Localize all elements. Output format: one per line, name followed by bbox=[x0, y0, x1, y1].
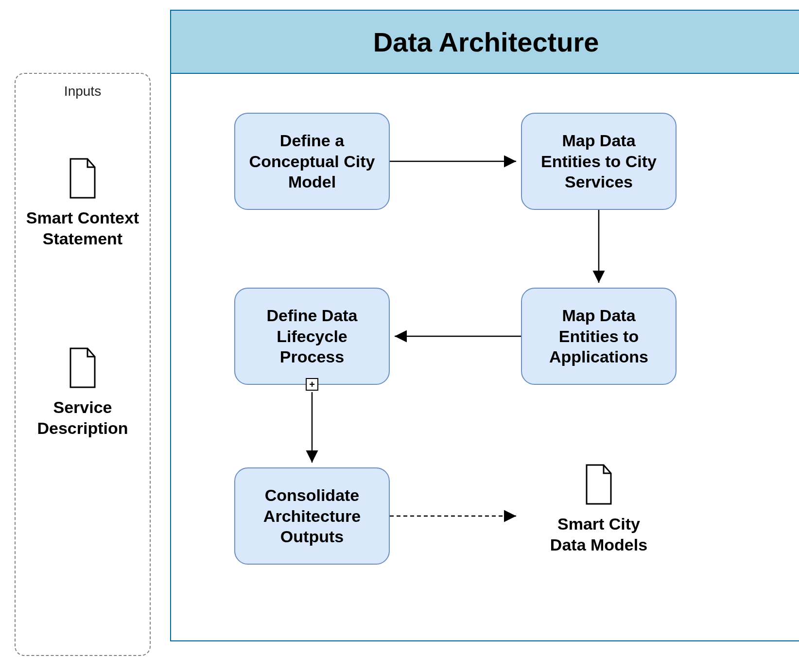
inputs-panel: Inputs Smart ContextStatement ServiceDes… bbox=[15, 73, 151, 656]
main-panel: Data Architecture Define aConceptual Cit… bbox=[170, 10, 799, 641]
box-consolidate-outputs: ConsolidateArchitectureOutputs bbox=[234, 467, 390, 565]
box-label: Map DataEntities toApplications bbox=[549, 305, 648, 367]
box-map-entities-services: Map DataEntities to CityServices bbox=[521, 113, 677, 210]
output-item: Smart CityData Models bbox=[521, 463, 677, 555]
diagram-canvas: Inputs Smart ContextStatement ServiceDes… bbox=[10, 10, 799, 672]
output-label: Smart CityData Models bbox=[521, 514, 677, 555]
main-title: Data Architecture bbox=[171, 11, 799, 74]
arrow-b5-output bbox=[390, 511, 521, 521]
input-label: Smart ContextStatement bbox=[16, 207, 150, 249]
box-label: Map DataEntities to CityServices bbox=[541, 130, 657, 192]
box-define-lifecycle: Define DataLifecycleProcess + bbox=[234, 288, 390, 385]
box-map-entities-applications: Map DataEntities toApplications bbox=[521, 288, 677, 385]
input-item-service: ServiceDescription bbox=[16, 346, 150, 438]
box-label: Define DataLifecycleProcess bbox=[266, 305, 357, 367]
arrow-b1-b2 bbox=[390, 156, 521, 166]
box-label: Define aConceptual CityModel bbox=[249, 130, 375, 192]
box-define-conceptual-model: Define aConceptual CityModel bbox=[234, 113, 390, 210]
arrow-b3-b5 bbox=[307, 392, 317, 467]
input-label: ServiceDescription bbox=[16, 397, 150, 438]
arrow-b2-b4 bbox=[594, 210, 604, 288]
document-icon bbox=[582, 463, 616, 506]
arrow-b4-b3 bbox=[390, 331, 521, 341]
subprocess-marker-icon: + bbox=[306, 378, 318, 391]
document-icon bbox=[66, 156, 100, 200]
input-item-context: Smart ContextStatement bbox=[16, 156, 150, 249]
inputs-title: Inputs bbox=[16, 84, 150, 99]
document-icon bbox=[66, 346, 100, 390]
box-label: ConsolidateArchitectureOutputs bbox=[263, 485, 361, 547]
